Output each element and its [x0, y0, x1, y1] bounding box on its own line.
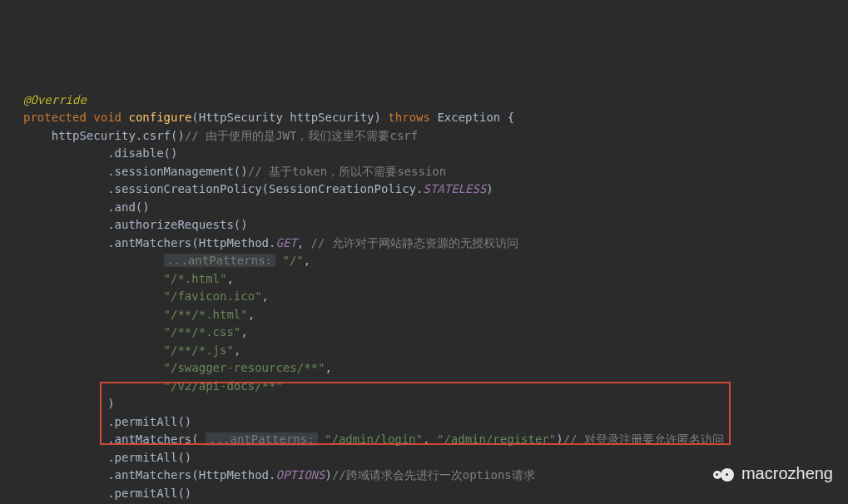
comment: // 基于token，所以不需要session [248, 165, 446, 178]
param-name: httpSecurity [290, 111, 374, 124]
kw-protected: protected [23, 111, 87, 124]
string: "/**/*.js" [164, 343, 234, 357]
annotation: @Override [23, 93, 87, 106]
watermark-text: macrozheng [741, 465, 833, 483]
call: .sessionCreationPolicy(SessionCreationPo… [107, 182, 423, 195]
paren: ) [325, 468, 331, 482]
call: .and() [107, 200, 150, 214]
comment: // 由于使用的是JWT，我们这里不需要csrf [185, 129, 418, 142]
brace: { [500, 111, 514, 124]
string: "/v2/api-docs/**" [164, 379, 283, 393]
string: "/swagger-resources/**" [164, 361, 325, 374]
call: .antMatchers(HttpMethod. [107, 468, 275, 482]
string: "/admin/login" [325, 432, 423, 446]
paren: ) [486, 182, 493, 195]
expr: httpSecurity.csrf() [52, 129, 185, 142]
param-hint: ...antPatterns: [164, 254, 275, 267]
wechat-icon [712, 462, 735, 486]
exc-type: Exception [437, 111, 500, 124]
code-editor[interactable]: @Override protected void configure(HttpS… [0, 72, 848, 504]
param-hint: ...antPatterns: [206, 432, 317, 446]
string: "/**/*.css" [164, 325, 241, 338]
paren: ) [107, 397, 114, 410]
call: .antMatchers(HttpMethod. [107, 236, 275, 250]
param-type: HttpSecurity [199, 111, 283, 124]
string: "/admin/register" [437, 432, 556, 446]
call: .permitAll() [107, 415, 191, 428]
call: .permitAll() [107, 451, 191, 464]
comment: // 允许对于网站静态资源的无授权访问 [311, 236, 518, 250]
string: "/" [282, 254, 303, 267]
comment: //跨域请求会先进行一次options请求 [332, 468, 535, 482]
kw-void: void [93, 111, 121, 124]
method-name: configure [128, 111, 191, 124]
call: .sessionManagement() [107, 165, 248, 178]
call: .authorizeRequests() [107, 218, 248, 231]
string: "/favicon.ico" [164, 289, 262, 303]
comma: , [297, 236, 311, 250]
const: STATELESS [423, 182, 486, 195]
paren: ) [556, 432, 563, 446]
call: .antMatchers( [107, 432, 206, 446]
const: OPTIONS [275, 468, 325, 482]
call: .permitAll() [107, 487, 191, 500]
const: GET [275, 236, 296, 250]
call: .disable() [107, 146, 177, 160]
watermark: macrozheng [712, 462, 833, 486]
string: "/**/*.html" [164, 308, 248, 321]
kw-throws: throws [388, 111, 430, 124]
string: "/*.html" [164, 272, 227, 285]
comment: // 对登录注册要允许匿名访问 [563, 432, 724, 446]
